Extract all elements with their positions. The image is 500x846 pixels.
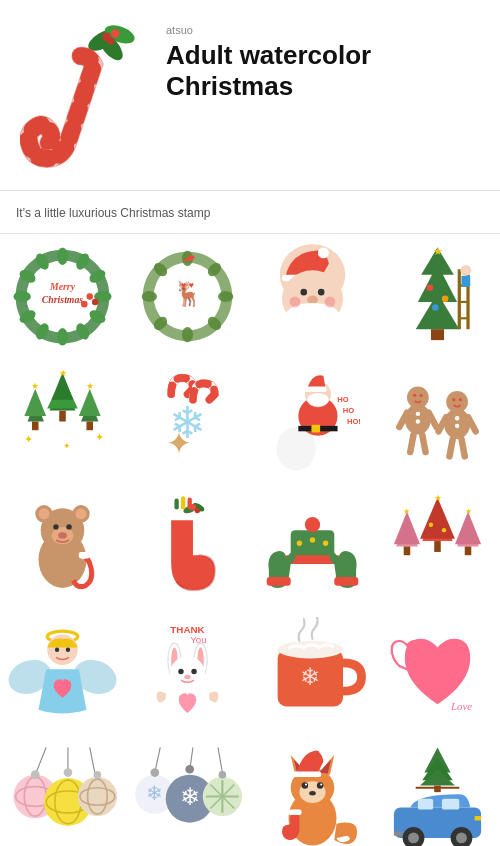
svg-point-224 [456,832,467,843]
svg-point-197 [219,771,227,779]
svg-rect-123 [181,496,185,509]
svg-point-40 [318,289,325,296]
svg-point-97 [444,408,470,439]
sticker-santa-face[interactable] [250,234,375,359]
svg-line-170 [90,747,95,774]
svg-point-4 [111,29,120,38]
sticker-christmas-trees[interactable]: ★ ★ ★ ✦ ✦ ✦ [0,359,125,484]
author-label: atsuo [166,24,371,36]
svg-rect-132 [334,577,358,586]
svg-point-93 [420,394,423,397]
svg-rect-220 [442,799,459,810]
svg-point-39 [301,289,308,296]
sticker-merry-christmas[interactable]: Merry Christmas [0,234,125,359]
svg-line-101 [461,439,464,456]
sticker-santa-hoho[interactable]: HO HO HO! [250,359,375,484]
svg-point-29 [182,327,193,342]
svg-point-178 [64,768,73,777]
svg-point-114 [66,524,71,529]
svg-rect-141 [465,547,472,556]
svg-rect-57 [461,276,470,287]
svg-point-49 [442,295,449,302]
svg-point-121 [195,508,200,513]
sticker-thank-you-bunny[interactable]: THANK You [125,609,250,734]
svg-point-27 [218,291,233,302]
svg-marker-140 [455,512,481,545]
sticker-angel[interactable] [0,609,125,734]
svg-rect-116 [79,552,90,559]
svg-point-152 [66,648,70,652]
svg-point-110 [39,508,50,519]
svg-point-182 [94,771,102,779]
sticker-ornaments-left[interactable] [0,734,125,846]
svg-point-80 [307,393,329,406]
svg-point-146 [442,528,446,532]
svg-rect-65 [59,411,66,422]
svg-point-37 [318,247,329,258]
svg-text:★: ★ [433,245,443,257]
svg-rect-60 [32,422,39,431]
svg-point-179 [78,777,117,816]
sticker-christmas-stocking[interactable] [125,484,250,609]
svg-point-161 [178,669,183,674]
sticker-bear-stocking[interactable] [0,484,125,609]
svg-point-48 [427,285,434,292]
svg-point-105 [455,424,459,428]
svg-point-102 [452,398,455,401]
sticker-mittens-hat[interactable] [250,484,375,609]
svg-rect-122 [174,499,178,510]
svg-rect-225 [475,816,482,820]
svg-point-104 [455,416,459,420]
sticker-deer-wreath[interactable]: 🦌 ♥ ♥ [125,234,250,359]
svg-text:★: ★ [86,381,94,391]
svg-rect-69 [86,422,93,431]
svg-point-92 [413,394,416,397]
svg-line-90 [410,435,413,452]
svg-point-129 [310,537,315,542]
svg-text:❄: ❄ [180,783,200,810]
svg-text:Merry: Merry [49,281,76,292]
svg-point-205 [302,782,309,789]
svg-line-100 [449,439,452,456]
svg-text:Christmas: Christmas [42,294,84,305]
svg-point-31 [142,291,157,302]
svg-marker-68 [79,389,101,416]
svg-rect-82 [311,425,320,433]
svg-point-222 [408,832,419,843]
svg-point-103 [459,398,462,401]
svg-rect-124 [188,497,192,509]
svg-point-188 [150,768,159,777]
sticker-hearts-love[interactable]: Love [375,609,500,734]
svg-rect-79 [305,387,327,392]
sticker-candy-cane-snowflake[interactable]: ❄ ✦ [125,359,250,484]
svg-point-19 [86,293,93,300]
svg-text:✦: ✦ [63,441,71,451]
svg-point-7 [57,247,68,264]
svg-point-56 [460,265,471,276]
sticker-fox[interactable] [250,734,375,846]
svg-marker-137 [420,497,455,538]
svg-point-207 [305,783,307,785]
svg-point-115 [58,532,67,539]
svg-point-21 [92,299,99,306]
svg-point-43 [290,297,301,308]
sticker-gingerbread-men[interactable] [375,359,500,484]
sticker-hot-cocoa[interactable]: ❄ [250,609,375,734]
svg-text:★: ★ [31,381,39,391]
sticker-pink-trees[interactable]: ★ ★ ★ [375,484,500,609]
sticker-car-tree[interactable] [375,734,500,846]
sticker-decorating-tree[interactable]: ★ [375,234,500,359]
svg-marker-134 [394,512,420,545]
svg-text:Love: Love [450,700,472,712]
svg-point-208 [320,783,322,785]
svg-point-145 [429,523,433,527]
pack-title: Adult watercolor Christmas [166,40,371,102]
svg-text:★: ★ [434,493,442,503]
svg-text:★: ★ [58,368,66,378]
svg-rect-219 [418,799,433,810]
svg-rect-135 [404,547,411,556]
sticker-ornaments-snowflake[interactable]: ❄ ❄ [125,734,250,846]
pack-cover-image [20,20,150,170]
svg-point-95 [416,419,420,423]
header-section: atsuo Adult watercolor Christmas [0,0,500,191]
